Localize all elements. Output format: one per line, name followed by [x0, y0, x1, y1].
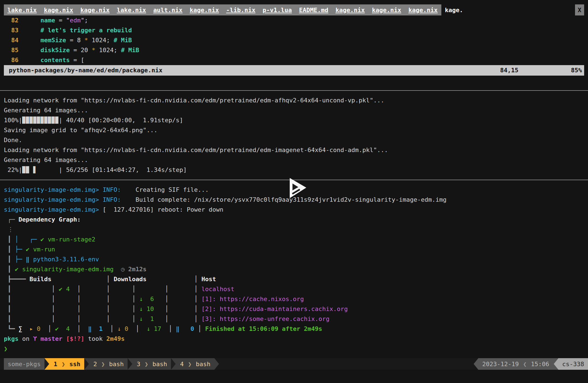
white-b-segment: Downloads [114, 276, 146, 283]
code-line-84: 84 memSize = 8 * 1024; # MiB [4, 35, 584, 45]
vim-tab-close-button[interactable]: X [575, 4, 584, 15]
vim-tab[interactable]: kage.nix [368, 4, 405, 15]
magenta-segment: [1]: https://cache.nixos.org [201, 296, 304, 302]
powerline-triangle [128, 358, 132, 370]
green-segment: 4 [66, 325, 70, 332]
log-done: Done. [4, 135, 584, 145]
text-segment [154, 305, 165, 312]
sep-segment: │ [165, 315, 168, 322]
terminal-window: lake.nixkage.nixkage.nixlake.nixault.nix… [0, 0, 588, 354]
text-segment [11, 246, 15, 253]
text-segment: = [ [70, 57, 84, 63]
vim-tab[interactable]: lake.nix [4, 4, 40, 15]
yellow-segment: ▸ [30, 325, 33, 332]
cyan-segment: singularity-image-edm.img> [4, 196, 99, 203]
chevron-icon: ❯ [187, 361, 192, 368]
green-segment: ✔ [55, 325, 59, 332]
vim-tab[interactable]: kage.nix [40, 4, 77, 15]
tmux-window-4-bash[interactable]: 4 ❯ bash [176, 358, 214, 370]
table-row-download-3: ┃ │ │ │ │ ↓ 1 │ │ [3]: https://some-unfr… [4, 314, 584, 324]
text-segment [136, 305, 139, 312]
dep-python-env: ┃ ├─ ‖ python3-3.11.6-env [4, 254, 584, 264]
chevron-icon: ❯ [61, 361, 66, 368]
yellow-b-segment: 2m49s [106, 335, 125, 342]
sep-segment: │ [77, 305, 81, 312]
white-b-segment: Host [201, 276, 216, 283]
text-segment: Loading network from "https://nvlabs-fi-… [4, 97, 384, 104]
blue-segment: python3-3.11.6-env [33, 256, 99, 263]
vim-tab-active[interactable]: kage. [441, 4, 584, 15]
text-segment [4, 236, 7, 243]
vim-scroll-percent: 85% [518, 65, 582, 76]
yellow-segment: 0 [125, 325, 128, 332]
powerline-triangle [214, 358, 219, 370]
text-segment [161, 325, 169, 332]
text-segment [19, 27, 40, 34]
tmux-window-2-bash[interactable]: 2 ❯ bash [89, 358, 128, 370]
vim-tab[interactable]: p-v1.lua [259, 4, 296, 15]
text-segment: | 40/40 [00:20<00:00, 1.91step/s] [59, 117, 183, 124]
text-segment [136, 296, 139, 302]
vim-tab[interactable]: -lib.nix [223, 4, 259, 15]
vim-tab[interactable]: kage.nix [332, 4, 368, 15]
yellow-segment: * [84, 37, 88, 44]
chevron-icon: ❯ [101, 361, 105, 368]
text-segment [37, 236, 40, 243]
tmux-window-3-bash[interactable]: 3 ❯ bash [133, 358, 171, 370]
statusbar-text: 4 [180, 361, 188, 368]
sep-segment: │ [165, 305, 168, 312]
sep-segment: │ [165, 296, 168, 302]
text-segment [194, 325, 198, 332]
text-segment [110, 305, 132, 312]
text-segment [180, 325, 191, 332]
green-segment: ↓ 1 [139, 315, 154, 322]
vim-tab[interactable]: kage.nix [77, 4, 113, 15]
vim-tab[interactable]: kage.nix [186, 4, 223, 15]
text-segment [4, 315, 7, 322]
text-segment [81, 325, 88, 332]
vim-tab[interactable]: ault.nix [150, 4, 186, 15]
teal-b-segment: # MiB [114, 37, 132, 44]
text-segment [62, 335, 66, 342]
statusbar-text [66, 361, 69, 368]
blue-b-segment: 1 [99, 325, 103, 332]
tmux-window-1-ssh[interactable]: 1 ❯ ssh [50, 358, 84, 370]
sep-segment: │ [194, 296, 198, 302]
vim-tabline: lake.nixkage.nixkage.nixlake.nixault.nix… [4, 4, 584, 15]
log-saving: Saving image grid to "afhqv2-64x64.png".… [4, 125, 584, 135]
text-segment [92, 325, 99, 332]
sep-segment: │ [106, 305, 110, 312]
powerline-arrow-icon [553, 358, 558, 370]
vim-tab[interactable]: lake.nix [113, 4, 150, 15]
text-segment [11, 286, 52, 292]
text-segment [128, 325, 136, 332]
text-segment [4, 286, 7, 292]
white-b-segment: Builds [30, 276, 51, 283]
text-segment [110, 296, 132, 302]
tmux-status-left: some-pkgs1 ❯ ssh2 ❯ bash3 ❯ bash4 ❯ bash [4, 358, 473, 370]
text-segment: ▉▉ ▋ [22, 166, 59, 173]
text-segment: ; [84, 17, 88, 24]
cyan-segment: INFO: [103, 186, 121, 193]
sep-segment: │ [51, 286, 55, 292]
text-segment [147, 276, 194, 283]
green-segment: ↓ [147, 325, 150, 332]
text-segment [70, 286, 77, 292]
text-segment: 1024; [88, 37, 114, 44]
sep-segment: │ [132, 286, 136, 292]
tmux-pane-divider[interactable] [0, 86, 588, 95]
text-segment [15, 216, 19, 223]
table-row-download-2: ┃ │ │ │ │ ↓ 10 │ │ [2]: https://cuda-mai… [4, 304, 584, 314]
vim-tab[interactable]: kage.nix [405, 4, 441, 15]
dependency-graph-ellipsis: ⋮ [4, 225, 584, 235]
text-segment [26, 276, 29, 283]
shell-prompt-caret: ❯ [4, 344, 584, 354]
text-segment [4, 305, 7, 312]
text-segment [4, 325, 7, 332]
vim-tab[interactable]: EADME.md [296, 4, 332, 15]
powerline-arrow-icon [44, 358, 50, 370]
text-segment: | 56/256 [01:14<04:27, 1.34s/step] [59, 166, 187, 173]
text-segment: = 8 [66, 37, 84, 44]
text-segment [99, 186, 102, 193]
magenta-b-segment: master [40, 335, 62, 342]
